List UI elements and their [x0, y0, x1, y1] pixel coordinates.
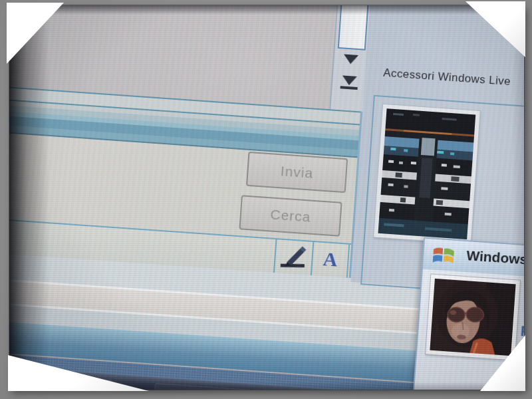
avatar-frame [425, 273, 521, 360]
messenger-buddy-icon [160, 387, 182, 390]
pen-icon [278, 242, 311, 272]
avatar-photo [430, 279, 515, 356]
send-button-label: Invia [280, 163, 314, 181]
send-button[interactable]: Invia [246, 152, 348, 193]
popup-title: Windows [466, 247, 524, 267]
search-button-label: Cerca [270, 206, 312, 225]
taskbar-button-messenger[interactable]: v@l... [153, 383, 309, 390]
letter-A-icon: A [323, 247, 338, 271]
photo-print: Invia Cerca A A [9, 5, 524, 390]
search-button[interactable]: Cerca [239, 195, 342, 236]
framed-photo-of-screen: { "conversation_window": { "accessories_… [0, 0, 532, 399]
webcam-frame [373, 104, 481, 245]
scroll-to-bottom-icon[interactable] [342, 75, 357, 86]
handwriting-tab[interactable] [273, 238, 314, 275]
font-tab[interactable]: A [311, 241, 350, 278]
webcam-video [378, 108, 475, 239]
desktop: Invia Cerca A A [9, 5, 524, 390]
windows-flag-icon [431, 244, 456, 267]
scroll-down-icon[interactable] [343, 55, 358, 65]
